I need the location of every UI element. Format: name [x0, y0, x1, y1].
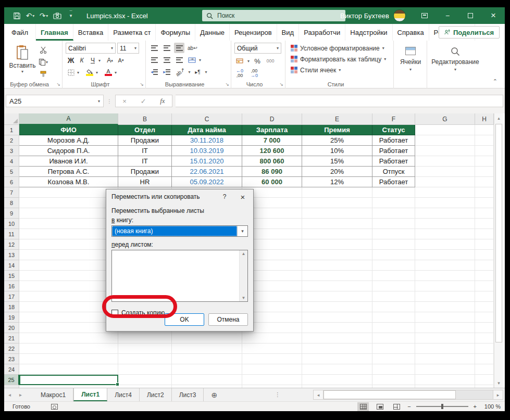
cell-D21[interactable] — [242, 333, 302, 343]
editing-button[interactable]: Редактирование ▾ — [430, 43, 480, 77]
cell-E5[interactable]: 20% — [302, 167, 372, 177]
cell-G15[interactable] — [415, 271, 475, 281]
accounting-dropdown-icon[interactable]: ▾ — [247, 59, 250, 63]
column-header-B[interactable]: B — [118, 113, 172, 125]
alignment-dialog-launcher-icon[interactable]: ↘ — [225, 82, 229, 87]
cells-button[interactable]: Ячейки ▾ — [397, 43, 424, 77]
increase-indent-icon[interactable]: ▸ — [161, 67, 172, 77]
page-layout-view-icon[interactable] — [374, 402, 385, 411]
cell-A3[interactable]: Сидоров П.А. — [19, 146, 118, 156]
cell-D3[interactable]: 120 600 — [242, 146, 302, 156]
column-header-A[interactable]: A — [19, 113, 118, 125]
cell-G10[interactable] — [415, 219, 475, 229]
formula-input[interactable] — [176, 95, 503, 107]
cell-B3[interactable]: IT — [118, 146, 172, 156]
redo-button[interactable]: ↷▾ — [38, 9, 50, 22]
cell-F16[interactable] — [372, 281, 415, 291]
row-header-23[interactable]: 23 — [4, 354, 19, 364]
cell-H10[interactable] — [475, 219, 494, 229]
insert-function-icon[interactable]: fx — [160, 97, 165, 105]
formula-bar-splitter[interactable]: ⋮ — [107, 98, 112, 104]
underline-dropdown-icon[interactable]: ▾ — [98, 58, 101, 63]
row-header-24[interactable]: 24 — [4, 364, 19, 375]
cell-A24[interactable] — [19, 364, 118, 375]
cell-H8[interactable] — [475, 198, 494, 208]
cell-B25[interactable] — [118, 375, 172, 385]
tab-data[interactable]: Данные — [195, 24, 230, 41]
cell-A4[interactable]: Иванов И.И. — [19, 156, 118, 167]
normal-view-icon[interactable] — [357, 402, 369, 411]
tab-addins[interactable]: Надстройки — [345, 24, 392, 41]
cell-E18[interactable] — [302, 302, 372, 312]
cell-C5[interactable]: 22.06.2021 — [172, 167, 242, 177]
sheet-tab-list4[interactable]: Лист4 — [107, 388, 140, 401]
row-header-4[interactable]: 4 — [4, 156, 19, 167]
cell-F18[interactable] — [372, 302, 415, 312]
cell-H18[interactable] — [475, 302, 494, 312]
cell-E11[interactable] — [302, 229, 372, 239]
align-right-icon[interactable] — [174, 55, 184, 65]
tab-view[interactable]: Вид — [277, 24, 300, 41]
cell-F24[interactable] — [372, 364, 415, 375]
tab-developer[interactable]: Разработчи — [299, 24, 345, 41]
cell-B21[interactable] — [118, 333, 172, 343]
accounting-format-icon[interactable] — [234, 56, 245, 66]
cell-D24[interactable] — [242, 364, 302, 375]
cell-C22[interactable] — [172, 343, 242, 354]
zoom-slider[interactable] — [416, 406, 468, 407]
cell-G1[interactable] — [415, 125, 475, 135]
row-header-13[interactable]: 13 — [4, 250, 19, 260]
cell-H19[interactable] — [475, 312, 494, 323]
row-header-20[interactable]: 20 — [4, 323, 19, 333]
cell-B23[interactable] — [118, 354, 172, 364]
cell-A11[interactable] — [19, 229, 118, 239]
cell-C2[interactable]: 30.11.2018 — [172, 135, 242, 146]
column-header-H[interactable]: H — [475, 113, 494, 125]
cell-G13[interactable] — [415, 250, 475, 260]
row-header-10[interactable]: 10 — [4, 219, 19, 229]
borders-icon[interactable] — [66, 67, 76, 78]
zoom-in-icon[interactable]: + — [474, 403, 477, 410]
column-header-G[interactable]: G — [415, 113, 475, 125]
merge-dropdown-icon[interactable]: ▾ — [199, 58, 201, 62]
cell-G9[interactable] — [415, 208, 475, 219]
cell-D2[interactable]: 7 000 — [242, 135, 302, 146]
sheet-tab-list1[interactable]: Лист1 — [73, 388, 107, 401]
cell-F10[interactable] — [372, 219, 415, 229]
cell-A22[interactable] — [19, 343, 118, 354]
align-middle-icon[interactable] — [161, 43, 172, 53]
cell-G22[interactable] — [415, 343, 475, 354]
column-header-F[interactable]: F — [372, 113, 415, 125]
align-top-icon[interactable] — [149, 43, 159, 53]
name-box[interactable]: A25▾ — [6, 95, 104, 107]
cell-G7[interactable] — [415, 187, 475, 198]
cell-A8[interactable] — [19, 198, 118, 208]
shrink-font-button[interactable]: А▾ — [116, 55, 126, 66]
tab-review[interactable]: Рецензиров — [230, 24, 277, 41]
cell-G4[interactable] — [415, 156, 475, 167]
horizontal-scroll-thumb[interactable] — [324, 390, 456, 399]
listbox-scroll-down-icon[interactable]: ▼ — [240, 296, 247, 300]
scroll-right-icon[interactable]: ▸ — [493, 390, 503, 400]
cell-F13[interactable] — [372, 250, 415, 260]
tab-file[interactable]: Файл — [4, 24, 36, 41]
row-header-19[interactable]: 19 — [4, 312, 19, 323]
select-all-corner[interactable] — [4, 113, 19, 125]
cell-F17[interactable] — [372, 291, 415, 302]
cell-A10[interactable] — [19, 219, 118, 229]
cell-G2[interactable] — [415, 135, 475, 146]
align-left-icon[interactable] — [149, 55, 159, 65]
cell-F20[interactable] — [372, 323, 415, 333]
tab-home[interactable]: Главная — [36, 24, 73, 41]
cell-E6[interactable]: 12% — [302, 177, 372, 187]
align-center-icon[interactable] — [161, 55, 172, 65]
cell-G18[interactable] — [415, 302, 475, 312]
row-header-7[interactable]: 7 — [4, 187, 19, 198]
cell-E25[interactable] — [302, 375, 372, 385]
cell-H20[interactable] — [475, 323, 494, 333]
cell-H17[interactable] — [475, 291, 494, 302]
combo-dropdown-icon[interactable]: ▾ — [237, 226, 247, 236]
cell-E22[interactable] — [302, 343, 372, 354]
increase-decimal-icon[interactable]: ←0,00 — [234, 68, 245, 79]
tab-bar-splitter[interactable]: ⋮ — [275, 391, 280, 398]
